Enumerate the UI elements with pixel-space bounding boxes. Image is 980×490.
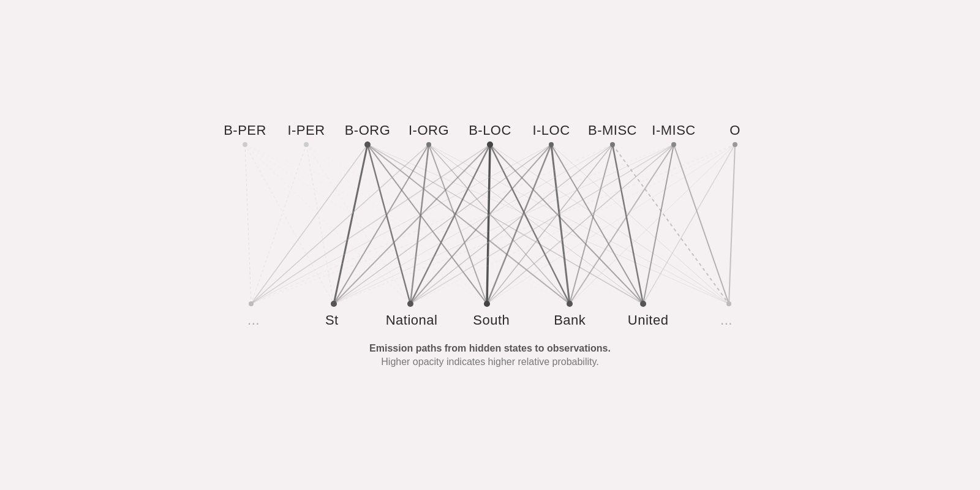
svg-line-31 — [490, 145, 729, 304]
svg-line-4 — [245, 145, 570, 304]
caption-bold-text: Emission paths from hidden states to obs… — [369, 343, 611, 354]
svg-line-7 — [306, 145, 334, 304]
svg-line-0 — [245, 145, 251, 304]
svg-line-28 — [487, 145, 490, 304]
svg-line-25 — [251, 145, 490, 304]
label-o: O — [710, 123, 760, 138]
bottom-labels-row: ... St National South Bank United ... — [214, 312, 766, 328]
label-b-misc: B-MISC — [588, 123, 637, 138]
svg-point-66 — [671, 142, 676, 147]
svg-line-44 — [612, 145, 643, 304]
top-labels-row: B-PER I-PER B-ORG I-ORG B-LOC I-LOC B-MI… — [214, 123, 766, 138]
svg-line-46 — [251, 145, 674, 304]
svg-line-1 — [245, 145, 334, 304]
label-b-loc: B-LOC — [466, 123, 514, 138]
svg-diagram — [214, 138, 766, 312]
svg-line-52 — [674, 145, 729, 304]
svg-line-8 — [306, 145, 410, 304]
svg-point-59 — [243, 142, 247, 147]
diagram-caption: Emission paths from hidden states to obs… — [369, 343, 611, 368]
label-i-loc: I-LOC — [527, 123, 576, 138]
svg-line-43 — [570, 145, 612, 304]
label-b-per: B-PER — [221, 123, 270, 138]
label-south: South — [467, 312, 516, 328]
svg-line-9 — [306, 145, 487, 304]
svg-point-64 — [549, 142, 554, 147]
svg-point-73 — [640, 301, 646, 307]
svg-point-71 — [484, 301, 490, 307]
svg-line-58 — [729, 145, 735, 304]
svg-line-20 — [410, 145, 429, 304]
label-united: United — [624, 312, 673, 328]
svg-line-5 — [245, 145, 643, 304]
label-i-misc: I-MISC — [649, 123, 698, 138]
svg-line-26 — [334, 145, 490, 304]
label-b-org: B-ORG — [343, 123, 392, 138]
svg-line-12 — [334, 145, 368, 304]
svg-line-38 — [551, 145, 729, 304]
label-i-per: I-PER — [282, 123, 331, 138]
svg-line-6 — [251, 145, 306, 304]
svg-line-13 — [368, 145, 410, 304]
svg-line-56 — [570, 145, 735, 304]
svg-point-70 — [407, 301, 413, 307]
svg-point-60 — [304, 142, 309, 147]
label-st: St — [307, 312, 356, 328]
diagram-container: B-PER I-PER B-ORG I-ORG B-LOC I-LOC B-MI… — [214, 123, 766, 368]
svg-point-74 — [726, 301, 731, 306]
label-i-org: I-ORG — [404, 123, 453, 138]
svg-point-61 — [364, 141, 371, 148]
svg-point-68 — [249, 301, 254, 306]
svg-point-69 — [331, 301, 337, 307]
svg-line-19 — [334, 145, 429, 304]
svg-line-18 — [251, 145, 429, 304]
svg-line-37 — [551, 145, 643, 304]
svg-point-62 — [426, 142, 431, 147]
label-bank: Bank — [545, 312, 594, 328]
svg-line-41 — [410, 145, 612, 304]
label-national: National — [386, 312, 438, 328]
svg-point-72 — [567, 301, 573, 307]
caption-normal-text: Higher opacity indicates higher relative… — [369, 356, 611, 368]
label-ellipsis-left: ... — [229, 312, 278, 328]
svg-point-63 — [487, 141, 493, 148]
svg-point-65 — [610, 142, 615, 147]
svg-point-67 — [733, 142, 737, 147]
svg-line-54 — [410, 145, 735, 304]
label-ellipsis-right: ... — [702, 312, 751, 328]
svg-line-49 — [487, 145, 674, 304]
